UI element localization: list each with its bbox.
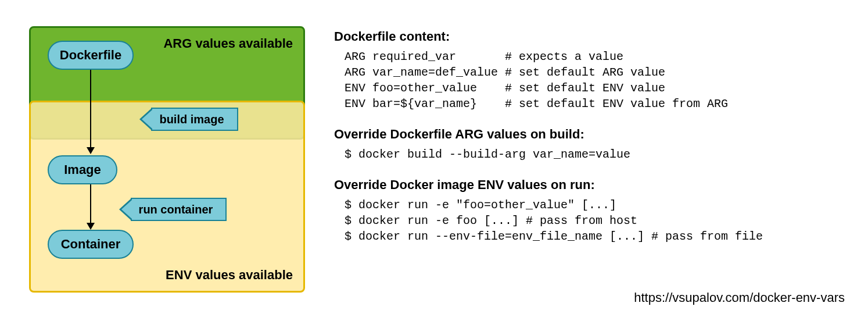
arrow-head-icon [87, 223, 95, 230]
node-image: Image [48, 155, 117, 184]
source-url: https://vsupalov.com/docker-env-vars [634, 290, 845, 305]
code-dockerfile-content: ARG required_var # expects a value ARG v… [334, 49, 851, 112]
section-title-override-env: Override Docker image ENV values on run: [334, 177, 851, 193]
arrow-head-icon [87, 147, 95, 154]
text-area: Dockerfile content: ARG required_var # e… [334, 29, 851, 259]
section-title-dockerfile: Dockerfile content: [334, 29, 851, 44]
arrow-image-to-container [90, 184, 91, 224]
diagram-area: ARG values available ENV values availabl… [29, 26, 314, 288]
tag-run-container: run container [131, 198, 227, 221]
tag-build-image: build image [151, 108, 238, 131]
section-title-override-arg: Override Dockerfile ARG values on build: [334, 127, 851, 142]
code-override-arg: $ docker build --build-arg var_name=valu… [334, 147, 851, 162]
code-override-env: $ docker run -e "foo=other_value" [...] … [334, 197, 851, 244]
node-dockerfile: Dockerfile [48, 41, 134, 70]
env-scope-label: ENV values available [166, 268, 293, 283]
arg-scope-label: ARG values available [163, 36, 293, 51]
node-container: Container [48, 230, 134, 259]
arrow-dockerfile-to-image [90, 70, 91, 148]
